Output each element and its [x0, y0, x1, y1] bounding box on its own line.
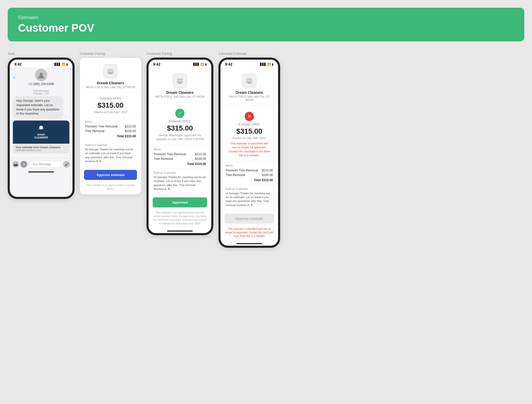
estimate-section-pending: Estimate #0001 $315.00 Expires on July 2…	[80, 93, 141, 117]
cancelled-scroll: Dream Cleaners 465 N 2700 E Salt Lake Ci…	[221, 67, 278, 242]
estimate-expires-cancelled: Expires on July 26th, 2022	[226, 136, 273, 140]
back-button[interactable]: ‹	[13, 74, 15, 81]
x-icon: ✕	[245, 112, 254, 121]
approved-scroll: Dream Cleaners 465 N 2700 E Salt Lake Ci…	[149, 67, 211, 229]
item-price-approved-1: $215.00	[195, 152, 206, 156]
item-name-2: Tree Removal	[85, 129, 104, 133]
home-indicator-approved	[167, 231, 193, 232]
message-input[interactable]: Text Message	[29, 161, 62, 168]
svg-rect-5	[112, 72, 113, 73]
approved-badge: ✓	[154, 109, 206, 118]
item-price-1: $215.00	[125, 125, 136, 128]
status-icons-approved: ▋▋▋ 📶 ▮	[193, 63, 207, 66]
business-address-cancelled: 465 N 2700 E Salt Lake City, UT 84108	[226, 95, 273, 101]
item-row-approved-1: Premium Tree Removal $215.00	[154, 152, 206, 156]
customer-facing-approved-section: Customer Facing 9:42 ▋▋▋ 📶 ▮	[146, 52, 213, 235]
svg-rect-4	[108, 72, 109, 73]
sent-phone: 9:42 ▋▋▋ 📶 ▮ ‹ +1 (385) 206-6458	[8, 58, 75, 199]
business-name-approved: Dream Cleaners	[154, 90, 206, 95]
svg-rect-9	[181, 81, 183, 83]
wifi-icon: 📶	[62, 63, 65, 66]
total-row-cancelled: Total $315.00	[226, 178, 273, 182]
business-name-pending: Dream Cleaners	[85, 81, 136, 85]
phone-number: +1 (385) 206-6458	[28, 82, 54, 86]
estimate-number-cancelled: Estimate #0001	[226, 123, 273, 126]
cancelled-badge: ✕	[226, 112, 273, 121]
check-icon: ✓	[175, 109, 185, 118]
business-address-pending: 465 N 2700 E Salt Lake City, UT 84108	[85, 86, 136, 89]
sms-input-bar: 📷 A Text Message 🎤	[10, 158, 72, 170]
dream-logo: dreamCLEANERS	[32, 123, 50, 141]
estimate-amount-pending: $315.00	[85, 101, 136, 109]
sms-messages: Text Message Tuesday, 9:42 Hey George, h…	[10, 89, 72, 158]
note-section-pending: Note to Customer Hi George! Thanks for r…	[80, 141, 141, 166]
sms-link-card[interactable]: dreamCLEANERS Your estimate from Dream C…	[13, 121, 69, 154]
approved-text: George Washington approved this estimate…	[154, 133, 206, 141]
customer-facing-pending-card: Dream Cleaners 465 N 2700 E Salt Lake Ci…	[80, 58, 141, 195]
item-name-approved-1: Premium Tree Removal	[154, 152, 186, 156]
cancelled-section: Canceled Estimate 9:42 ▋▋▋ 📶 ▮	[218, 52, 280, 248]
item-name-approved-2: Tree Removal	[154, 157, 173, 161]
note-text-pending: Hi George! Thanks for reaching out for a…	[85, 148, 136, 163]
status-bar-approved: 9:42 ▋▋▋ 📶 ▮	[149, 60, 211, 67]
dream-logo-text: dreamCLEANERS	[34, 133, 48, 139]
sms-message-bubble: Hey George, here's your requested estima…	[13, 96, 63, 118]
disclaimer-cancelled: This estimate is cancelled and can no lo…	[221, 227, 278, 242]
disclaimer-pending: This estimate is an approximation of goo…	[80, 183, 141, 194]
battery-icon-cancelled: ▮	[272, 63, 273, 66]
customer-facing-approved-label: Customer Facing	[146, 52, 213, 56]
customer-facing-pending-section: Customer Facing Dream Cleaners 465 N 270…	[80, 52, 141, 195]
disclaimer-approved: This estimate is an approximation of goo…	[149, 211, 211, 229]
business-name-cancelled: Dream Cleaners	[226, 90, 273, 95]
item-row: Premium Tree Removal $215.00	[85, 125, 136, 128]
sent-label: Sent	[8, 52, 75, 56]
estimate-amount-cancelled: $315.00	[226, 127, 273, 135]
items-section-pending: Items Premium Tree Removal $215.00 Tree …	[80, 117, 141, 141]
signal-icon-approved: ▋▋▋	[193, 63, 199, 66]
approved-phone: 9:42 ▋▋▋ 📶 ▮	[146, 58, 213, 235]
contact-avatar	[35, 69, 47, 81]
mic-button[interactable]: 🎤	[63, 161, 70, 168]
approved-button: Approved	[153, 197, 207, 207]
estimate-amount-approved: $315.00	[154, 124, 206, 132]
status-icons: ▋▋▋ 📶 ▮	[54, 63, 68, 66]
app-button[interactable]: A	[21, 161, 27, 168]
store-icon-cancelled	[242, 74, 256, 88]
battery-icon-approved: ▮	[205, 63, 207, 66]
approve-button-disabled: Approve estimate	[225, 214, 274, 224]
header-subtitle: Estimates	[18, 15, 514, 20]
wifi-icon-approved: 📶	[200, 63, 204, 66]
approve-estimate-button[interactable]: Approve estimate	[84, 170, 137, 180]
signal-icon: ▋▋▋	[54, 63, 61, 66]
items-label-cancelled: Items	[226, 164, 273, 167]
main-content: Sent 9:42 ▋▋▋ 📶 ▮ ‹ +1 (385) 206-6458	[8, 52, 524, 248]
card-header-pending: Dream Cleaners 465 N 2700 E Salt Lake Ci…	[80, 58, 141, 93]
cancelled-text: This estimate is cancelled and can no lo…	[226, 142, 273, 158]
item-price-2: $100.00	[125, 129, 136, 133]
business-address-approved: 465 N 2700 E Salt Lake City, UT 84108	[154, 95, 206, 98]
note-label-pending: Note to Customer	[85, 143, 136, 146]
sent-section: Sent 9:42 ▋▋▋ 📶 ▮ ‹ +1 (385) 206-6458	[8, 52, 75, 199]
svg-rect-13	[251, 81, 252, 83]
header-banner: Estimates Customer POV	[8, 8, 524, 41]
estimate-section-approved: ✓ Estimate #0001 $315.00 George Washingt…	[149, 103, 211, 145]
svg-rect-12	[247, 81, 248, 83]
status-time-approved: 9:42	[153, 62, 160, 66]
item-price-approved-2: $100.00	[195, 157, 206, 161]
status-icons-cancelled: ▋▋▋ 📶 ▮	[260, 63, 273, 66]
status-time-cancelled: 9:42	[225, 62, 232, 66]
item-row-approved-2: Tree Removal $100.00	[154, 157, 206, 161]
battery-icon: ▮	[66, 63, 68, 66]
sms-link-url: estimates.podium.com	[15, 149, 67, 152]
status-bar: 9:42 ▋▋▋ 📶 ▮	[10, 60, 72, 67]
signal-icon-cancelled: ▋▋▋	[260, 63, 266, 66]
sms-nav: ‹ +1 (385) 206-6458	[10, 67, 72, 87]
svg-rect-3	[109, 72, 112, 75]
status-time: 9:42	[14, 62, 22, 66]
svg-point-1	[39, 126, 43, 130]
store-icon-approved	[173, 74, 187, 88]
items-label-approved: Items	[154, 148, 206, 151]
item-row-cancelled-2: Tree Removal $100.00	[226, 173, 273, 177]
camera-button[interactable]: 📷	[12, 161, 19, 168]
status-bar-cancelled: 9:42 ▋▋▋ 📶 ▮	[221, 60, 278, 67]
